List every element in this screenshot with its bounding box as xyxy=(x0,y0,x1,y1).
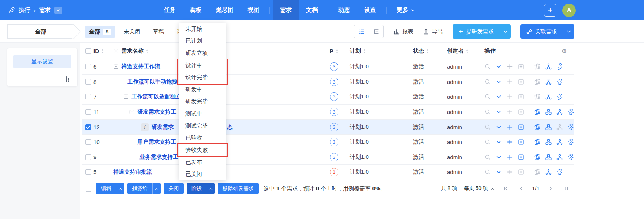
raise-story-caret[interactable] xyxy=(500,24,511,39)
row-checkbox[interactable] xyxy=(85,169,91,175)
chevron-down-icon[interactable] xyxy=(496,139,502,145)
export-button[interactable]: 导出 xyxy=(423,28,443,35)
search-icon[interactable] xyxy=(484,169,491,175)
col-id[interactable]: ID xyxy=(93,48,111,54)
plus-icon[interactable] xyxy=(507,63,513,70)
chevron-down-icon[interactable] xyxy=(496,154,502,160)
track-icon[interactable] xyxy=(556,139,563,145)
table-row[interactable]: 7 工作流可以适配独立 3 计划1.0 激活 admin xyxy=(82,89,574,105)
copy-story-icon[interactable] xyxy=(534,169,540,175)
nav-tab-settings[interactable]: 设置 xyxy=(357,0,383,20)
col-creator[interactable]: 创建者 xyxy=(443,48,480,55)
story-name-link[interactable]: 工作流可以适配独立 xyxy=(131,93,181,100)
unlink-icon[interactable] xyxy=(556,79,563,85)
search-icon[interactable] xyxy=(484,139,491,145)
stage-item-notstarted[interactable]: 未开始 xyxy=(179,23,226,35)
stage-item-developing[interactable]: 研发中 xyxy=(179,84,226,96)
track-icon[interactable] xyxy=(545,169,552,175)
search-icon[interactable] xyxy=(484,154,491,160)
search-icon[interactable] xyxy=(484,109,491,115)
plus-icon[interactable] xyxy=(507,94,513,100)
track-icon[interactable] xyxy=(545,79,552,85)
story-name-link[interactable]: 禅道支持审批流 xyxy=(113,169,152,176)
row-checkbox[interactable] xyxy=(85,64,91,69)
global-add-button[interactable]: + xyxy=(544,4,556,17)
track-icon[interactable] xyxy=(556,109,563,115)
display-settings-button[interactable]: 显示设置 xyxy=(13,55,71,68)
assign-button[interactable]: 指派给 xyxy=(127,183,161,194)
close-button[interactable]: 关闭 xyxy=(164,183,184,194)
table-row[interactable]: 6 禅道支持工作流 3 计划1.0 激活 admin xyxy=(82,59,574,75)
create-case-icon[interactable] xyxy=(518,169,524,175)
story-name-link[interactable]: 研发需求支持工 xyxy=(137,108,176,115)
table-row[interactable]: 10 用户需求支持工 3 计划1.0 激活 admin xyxy=(82,135,574,150)
subdivide-icon[interactable] xyxy=(545,124,552,130)
breadcrumb-chevron-down-icon[interactable] xyxy=(54,7,62,14)
story-name-link[interactable]: 工作流可以手动拖拽 xyxy=(127,78,177,85)
plus-icon[interactable] xyxy=(507,169,513,175)
track-icon[interactable] xyxy=(545,63,552,70)
stage-item-tested[interactable]: 测试完毕 xyxy=(179,120,226,132)
first-page-icon[interactable] xyxy=(501,184,510,193)
nav-tab-dynamic[interactable]: 动态 xyxy=(331,0,357,20)
filter-unclosed[interactable]: 未关闭 xyxy=(119,26,145,38)
row-checkbox[interactable] xyxy=(85,154,91,160)
chevron-down-icon[interactable] xyxy=(496,109,502,115)
last-page-icon[interactable] xyxy=(562,184,571,193)
nav-tab-story[interactable]: 需求 xyxy=(273,0,299,20)
gear-icon[interactable]: ⚙ xyxy=(562,48,567,55)
track-icon[interactable] xyxy=(556,124,563,130)
collapse-row-icon[interactable] xyxy=(113,64,119,69)
row-checkbox[interactable] xyxy=(85,94,91,99)
nav-tab-burndown[interactable]: 燃尽图 xyxy=(209,0,241,20)
collapse-all-icon[interactable] xyxy=(113,48,119,54)
select-all-checkbox[interactable] xyxy=(85,48,91,54)
story-name-tail[interactable]: 态 xyxy=(227,124,233,131)
stage-item-rejected[interactable]: 验收失败 xyxy=(179,144,226,156)
prev-page-icon[interactable] xyxy=(517,184,526,193)
row-checkbox[interactable] xyxy=(85,139,91,145)
col-plan[interactable]: 计划 xyxy=(345,48,408,55)
create-case-icon[interactable] xyxy=(518,139,524,145)
col-pri[interactable]: P xyxy=(323,43,345,59)
collapse-sidebar-icon[interactable] xyxy=(65,76,72,82)
story-name-link[interactable]: 禅道支持工作流 xyxy=(121,63,160,70)
subdivide-icon[interactable] xyxy=(545,139,552,145)
search-icon[interactable] xyxy=(484,94,491,100)
copy-story-icon[interactable] xyxy=(534,154,540,160)
unlink-icon[interactable] xyxy=(556,169,563,175)
nav-tab-view[interactable]: 视图 xyxy=(241,0,267,20)
chevron-down-icon[interactable] xyxy=(496,124,502,130)
stage-item-planned[interactable]: 已计划 xyxy=(179,35,226,48)
unlink-icon[interactable] xyxy=(556,94,563,100)
row-checkbox-checked[interactable] xyxy=(85,124,91,130)
create-case-icon[interactable] xyxy=(518,79,524,85)
filter-draft[interactable]: 草稿 xyxy=(148,26,168,38)
stage-item-released[interactable]: 已发布 xyxy=(179,156,226,169)
story-name-link[interactable]: 业务需求支持工 xyxy=(139,154,178,161)
stage-item-verified[interactable]: 已验收 xyxy=(179,132,226,144)
subdivide-icon[interactable] xyxy=(545,154,552,160)
footer-select-checkbox[interactable] xyxy=(86,186,91,192)
avatar[interactable]: A xyxy=(562,4,576,17)
story-name-link[interactable]: 用户需求支持工 xyxy=(137,138,176,146)
plus-icon[interactable] xyxy=(507,154,513,160)
stage-item-designed[interactable]: 设计完毕 xyxy=(179,71,226,84)
nav-tab-more[interactable]: 更多 xyxy=(390,0,422,20)
col-status[interactable]: 状态 xyxy=(408,48,443,55)
create-case-icon[interactable] xyxy=(518,124,524,130)
chevron-down-icon[interactable] xyxy=(496,79,502,85)
search-icon[interactable] xyxy=(484,63,491,70)
plus-icon[interactable] xyxy=(507,124,513,130)
unlink-icon[interactable] xyxy=(556,63,563,70)
collapse-row-icon[interactable] xyxy=(129,109,135,115)
next-page-icon[interactable] xyxy=(546,184,555,193)
tree-view-icon[interactable] xyxy=(369,25,383,38)
stage-item-testing[interactable]: 测试中 xyxy=(179,108,226,120)
chevron-down-icon[interactable] xyxy=(496,63,502,70)
copy-story-icon[interactable] xyxy=(534,124,540,130)
copy-story-icon[interactable] xyxy=(534,109,540,115)
collapse-row-icon[interactable] xyxy=(123,94,129,99)
story-name-link[interactable]: 研发需求 xyxy=(151,124,174,131)
subdivide-icon[interactable] xyxy=(545,109,552,115)
